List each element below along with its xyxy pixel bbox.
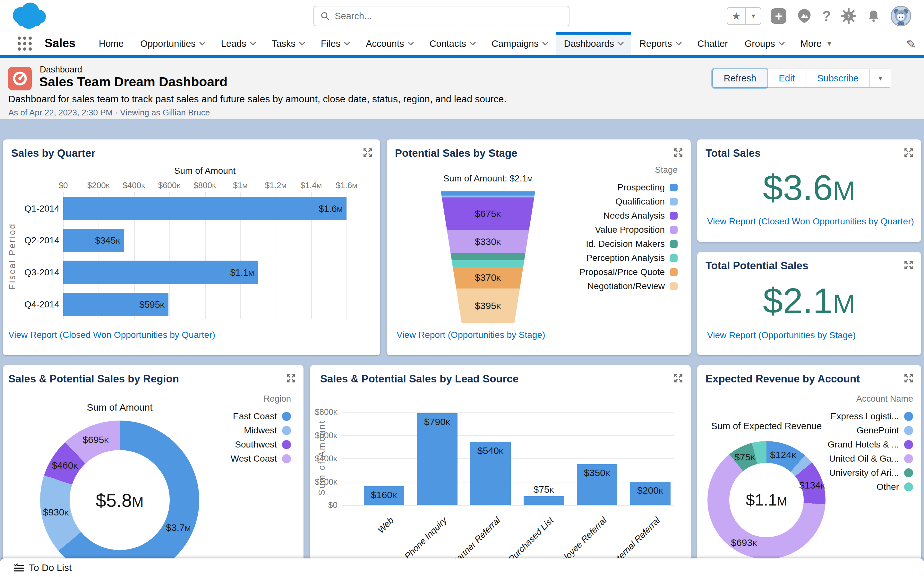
metric-value: $3.6M (697, 167, 921, 208)
subscribe-button[interactable]: Subscribe (806, 69, 869, 87)
tab-label: Dashboards (564, 39, 614, 49)
legend-item-id-decision-makers[interactable]: Id. Decision Makers (586, 237, 678, 251)
legend-swatch (670, 198, 678, 205)
utility-bar[interactable]: To Do List (0, 558, 924, 577)
tab-leads[interactable]: Leads (213, 32, 263, 55)
slice-value-label: $695K (83, 434, 109, 445)
expand-icon[interactable] (362, 147, 373, 158)
notifications-button[interactable] (866, 9, 881, 23)
legend-item-united-oil-ga-[interactable]: United Oil & Ga... (829, 452, 913, 466)
legend-item-southwest[interactable]: Southwest (235, 438, 291, 452)
gridline (342, 435, 674, 436)
legend-label: Perception Analysis (586, 253, 665, 263)
legend-item-qualification[interactable]: Qualification (615, 195, 678, 209)
legend-item-other[interactable]: Other (877, 480, 913, 494)
expand-icon[interactable] (903, 373, 914, 384)
bar-q4-2014[interactable]: $595K (63, 293, 168, 316)
expand-icon[interactable] (673, 373, 684, 384)
tab-chatter[interactable]: Chatter (689, 32, 736, 55)
funnel-segment-prospecting[interactable] (441, 191, 535, 195)
bar-q2-2014[interactable]: $345K (63, 229, 124, 252)
card-title: Sales & Potential Sales by Region (8, 373, 179, 385)
legend-item-west-coast[interactable]: West Coast (231, 452, 291, 466)
trailhead-button[interactable] (796, 8, 813, 24)
x-axis-line (342, 505, 674, 506)
expand-icon[interactable] (673, 147, 684, 158)
view-report-link[interactable]: View Report (Closed Won Opportunities by… (707, 216, 914, 227)
tab-dashboards[interactable]: Dashboards (556, 32, 631, 55)
expand-icon[interactable] (286, 373, 296, 384)
account-legend: Account NameExpress Logisti...GenePointG… (827, 392, 913, 494)
legend-item-proposal-price-quote[interactable]: Proposal/Price Quote (580, 265, 678, 279)
legend-label: Grand Hotels & ... (827, 440, 899, 450)
legend-swatch (904, 412, 913, 421)
tab-accounts[interactable]: Accounts (357, 32, 421, 55)
search-icon (320, 11, 330, 21)
edit-nav-pencil-icon[interactable]: ✎ (906, 37, 916, 51)
refresh-button[interactable]: Refresh (713, 69, 767, 87)
bar-q1-2014[interactable]: $1.6M (63, 197, 347, 220)
donut-center-value: $1.1M (746, 491, 787, 509)
tab-tasks[interactable]: Tasks (263, 32, 312, 55)
expand-icon[interactable] (903, 147, 914, 158)
tab-files[interactable]: Files (312, 32, 357, 55)
funnel-segment-perception-analysis[interactable] (441, 260, 535, 267)
funnel-segment-id-decision-makers[interactable] (441, 253, 535, 260)
legend-item-east-coast[interactable]: East Coast (233, 409, 291, 424)
y-tick-label: $0 (310, 500, 338, 510)
more-actions-button[interactable]: ▼ (869, 69, 891, 87)
plus-icon: + (775, 9, 782, 23)
global-header: ★ ▼ + ? (0, 0, 924, 32)
favorite-star-button[interactable]: ★ (727, 8, 746, 24)
legend-item-grand-hotels-[interactable]: Grand Hotels & ... (827, 438, 913, 452)
view-report-link[interactable]: View Report (Closed Won Opportunities by… (8, 330, 215, 340)
tab-reports[interactable]: Reports (631, 32, 689, 55)
legend-item-genepoint[interactable]: GenePoint (857, 424, 913, 438)
donut-center-value: $5.8M (95, 490, 144, 511)
legend-swatch (670, 184, 678, 191)
legend-swatch (670, 226, 678, 234)
chevron-down-icon (470, 39, 475, 45)
category-label: Q2-2014 (8, 235, 59, 245)
category-label: Q3-2014 (8, 268, 59, 277)
dashboard-header: Dashboard Sales Team Dream Dashboard Das… (0, 58, 924, 119)
user-avatar[interactable] (891, 6, 911, 26)
tab-groups[interactable]: Groups (736, 32, 792, 55)
favorites-menu-button[interactable]: ▼ (745, 8, 761, 24)
card-sales-by-region: Sales & Potential Sales by Region Sum of… (3, 365, 304, 577)
global-actions-button[interactable]: + (771, 8, 787, 24)
tab-more[interactable]: More▼ (792, 32, 841, 55)
tab-opportunities[interactable]: Opportunities (132, 32, 213, 55)
legend-item-value-proposition[interactable]: Value Proposition (595, 223, 678, 237)
bar-purchased-list[interactable] (523, 496, 564, 505)
tab-campaigns[interactable]: Campaigns (483, 32, 556, 55)
view-report-link[interactable]: View Report (Opportunities by Stage) (397, 330, 545, 340)
bell-icon (866, 9, 881, 23)
gear-icon (841, 8, 857, 24)
legend-item-midwest[interactable]: Midwest (244, 424, 291, 438)
view-report-link[interactable]: View Report (Opportunities by Stage) (707, 330, 856, 340)
expand-icon[interactable] (903, 259, 914, 271)
tab-home[interactable]: Home (90, 32, 132, 55)
legend-swatch (670, 268, 678, 276)
legend-item-university-of-ari-[interactable]: University of Ari... (829, 466, 913, 480)
search-input[interactable] (334, 11, 562, 21)
tab-contacts[interactable]: Contacts (421, 32, 483, 55)
legend-item-perception-analysis[interactable]: Perception Analysis (586, 251, 678, 265)
tab-label: More (800, 39, 822, 49)
setup-button[interactable] (841, 8, 857, 24)
edit-button[interactable]: Edit (767, 69, 806, 87)
legend-item-prospecting[interactable]: Prospecting (617, 181, 678, 195)
x-tick-label: $800K (194, 181, 216, 190)
tab-label: Tasks (272, 39, 296, 49)
help-button[interactable]: ? (822, 8, 831, 24)
legend-item-needs-analysis[interactable]: Needs Analysis (604, 209, 678, 223)
legend-item-express-logisti-[interactable]: Express Logisti... (830, 409, 913, 424)
app-name: Sales (45, 37, 76, 50)
y-tick-label: $400K (310, 454, 338, 464)
bar-value-label: $1.6M (318, 203, 342, 214)
bar-q3-2014[interactable]: $1.1M (63, 261, 258, 284)
favorites-button-group: ★ ▼ (727, 7, 762, 25)
app-launcher-icon[interactable] (18, 37, 32, 51)
legend-item-negotiation-review[interactable]: Negotiation/Review (588, 279, 678, 293)
